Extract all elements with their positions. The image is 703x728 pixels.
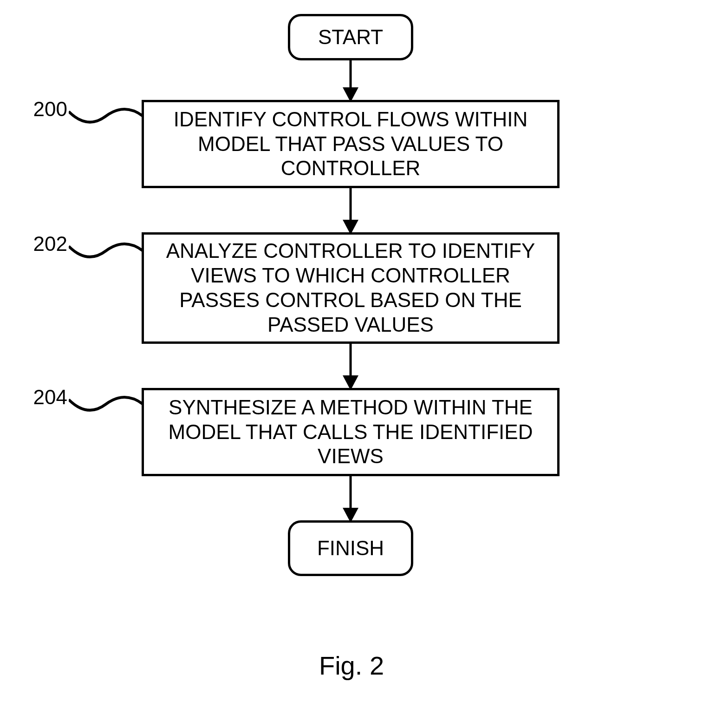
step-204-text: SYNTHESIZE A METHOD WITHIN THE MODEL THA… [153, 395, 548, 469]
step-202-box: ANALYZE CONTROLLER TO IDENTIFY VIEWS TO … [142, 232, 560, 344]
arrow-200-to-202 [339, 188, 362, 235]
arrow-204-to-finish [339, 476, 362, 523]
figure-caption: Fig. 2 [0, 650, 703, 681]
finish-terminator: FINISH [288, 520, 413, 576]
ref-202-label: 202 [26, 232, 67, 256]
ref-200-leader [69, 102, 143, 130]
arrow-start-to-200 [339, 60, 362, 102]
ref-200-label: 200 [26, 98, 67, 121]
start-label: START [318, 26, 383, 49]
ref-204-leader [69, 390, 143, 418]
step-202-text: ANALYZE CONTROLLER TO IDENTIFY VIEWS TO … [153, 239, 548, 337]
step-200-box: IDENTIFY CONTROL FLOWS WITHIN MODEL THAT… [142, 100, 560, 188]
ref-202-leader [69, 237, 143, 265]
finish-label: FINISH [317, 537, 384, 560]
arrow-202-to-204 [339, 344, 362, 390]
step-204-box: SYNTHESIZE A METHOD WITHIN THE MODEL THA… [142, 388, 560, 476]
flowchart-canvas: START IDENTIFY CONTROL FLOWS WITHIN MODE… [0, 0, 703, 728]
start-terminator: START [288, 14, 413, 60]
step-200-text: IDENTIFY CONTROL FLOWS WITHIN MODEL THAT… [153, 107, 548, 181]
ref-204-label: 204 [26, 386, 67, 409]
